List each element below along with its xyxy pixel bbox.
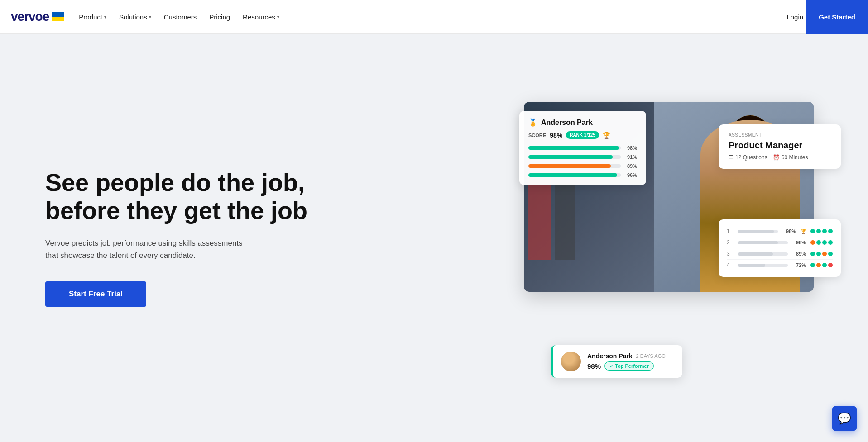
hero-section: See people do the job, before they get t… — [0, 34, 868, 441]
assessment-title: Product Manager — [729, 140, 831, 151]
notification-name: Anderson Park — [587, 352, 633, 360]
hero-subtitle: Vervoe predicts job performance using sk… — [45, 237, 254, 261]
chat-button[interactable]: 💬 — [832, 406, 857, 431]
navbar: vervoe Product ▾ Solutions ▾ Customers P… — [0, 0, 868, 34]
chevron-down-icon: ▾ — [149, 14, 151, 19]
bg-person-2 — [555, 183, 575, 260]
trophy-icon: 🏆 — [603, 132, 610, 139]
score-bars: 98% 91% 89% 96% — [528, 145, 637, 178]
rank-row-4: 4 72% — [727, 260, 833, 271]
notification-content: Anderson Park 2 DAYS AGO 98% ✓ Top Perfo… — [587, 352, 674, 371]
bar-row-1: 98% — [528, 145, 637, 151]
hero-left: See people do the job, before they get t… — [45, 168, 308, 307]
logo[interactable]: vervoe — [11, 10, 64, 24]
chevron-down-icon: ▾ — [104, 14, 106, 19]
logo-text: vervoe — [11, 10, 49, 24]
questions-icon: ☰ — [729, 154, 734, 161]
nav-pricing[interactable]: Pricing — [209, 13, 230, 21]
score-overlay-card: 🏅 Anderson Park SCORE 98% RANK 1/125 🏆 9… — [519, 111, 646, 185]
nav-solutions[interactable]: Solutions ▾ — [119, 13, 151, 21]
rank-badge: RANK 1/125 — [566, 131, 599, 139]
notification-card: Anderson Park 2 DAYS AGO 98% ✓ Top Perfo… — [551, 345, 682, 378]
top-performer-badge: ✓ Top Performer — [604, 361, 654, 371]
rank-row-3: 3 89% — [727, 248, 833, 260]
nav-customers[interactable]: Customers — [164, 13, 197, 21]
score-label: SCORE — [528, 133, 546, 138]
nav-product[interactable]: Product ▾ — [79, 13, 106, 21]
assessment-duration: 60 Minutes — [782, 154, 808, 161]
login-link[interactable]: Login — [786, 13, 803, 21]
trophy-icon: 🏆 — [801, 229, 806, 234]
clock-icon: ⏰ — [773, 154, 780, 161]
bar-row-3: 89% — [528, 163, 637, 169]
nav-resources[interactable]: Resources ▾ — [243, 13, 279, 21]
rank-row-2: 2 96% — [727, 237, 833, 248]
rankings-panel: 1 98% 🏆 2 96% 3 89% — [719, 219, 841, 277]
rank-row-1: 1 98% 🏆 — [727, 226, 833, 237]
check-icon: ✓ — [609, 364, 613, 369]
ukraine-flag-icon — [52, 12, 64, 21]
nav-right: Login Book a Demo Get Started — [786, 13, 855, 21]
hero-title: See people do the job, before they get t… — [45, 168, 308, 224]
medal-icon: 🏅 — [528, 118, 537, 127]
chevron-down-icon: ▾ — [277, 14, 279, 19]
candidate-name: Anderson Park — [541, 119, 593, 127]
assessment-panel: ASSESSMENT Product Manager ☰ 12 Question… — [719, 124, 841, 169]
assessment-label: ASSESSMENT — [729, 133, 831, 138]
questions-count: 12 Questions — [735, 154, 767, 161]
bar-row-4: 96% — [528, 172, 637, 178]
bar-row-2: 91% — [528, 154, 637, 160]
hero-right: 🏅 Anderson Park SCORE 98% RANK 1/125 🏆 9… — [515, 102, 832, 373]
chat-icon: 💬 — [838, 412, 851, 425]
notification-time: 2 DAYS AGO — [636, 353, 666, 359]
score-value: 98% — [550, 132, 562, 139]
start-trial-button[interactable]: Start Free Trial — [45, 281, 146, 307]
get-started-button[interactable]: Get Started — [806, 0, 868, 34]
notification-score: 98% — [587, 362, 601, 370]
nav-links: Product ▾ Solutions ▾ Customers Pricing … — [79, 13, 279, 21]
notification-avatar — [561, 352, 581, 371]
